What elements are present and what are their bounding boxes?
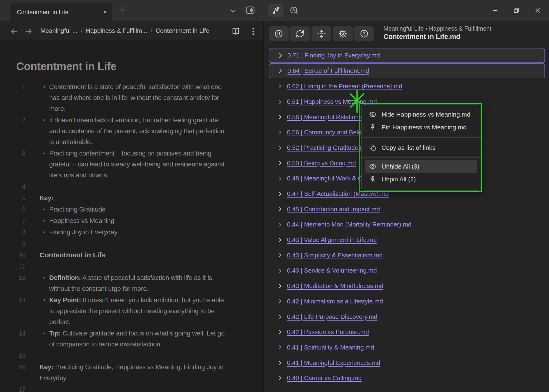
chevron-right-icon[interactable] [277,329,283,335]
related-note-row[interactable]: 0.42 | Minimalism as a Lifestyle.md [269,294,545,309]
tab-close-icon[interactable] [102,9,108,15]
chevron-right-icon[interactable] [278,68,283,74]
related-note-link[interactable]: 0.43 | Service & Volunteering.md [287,267,377,274]
related-note-link[interactable]: 0.64 | Sense of Fulfillment.md [287,67,369,75]
chevron-right-icon[interactable] [277,191,283,197]
reading-view-book-icon[interactable] [231,27,240,36]
breadcrumb-segment[interactable]: Contentment in Life [156,27,209,35]
menu-item-unhide-all[interactable]: Unhide All (3) [365,160,477,173]
related-note-row-pinned[interactable]: 0.64 | Sense of Fulfillment.md [269,63,545,78]
related-note-row[interactable]: 0.40 | Career vs Calling.md [269,370,545,386]
line-number: 15 [0,350,25,361]
chevron-right-icon[interactable] [277,360,283,366]
forward-arrow-icon[interactable] [24,27,33,36]
chevron-right-icon[interactable] [277,375,283,381]
eye-off-icon [369,111,376,118]
refresh-button[interactable] [290,26,310,41]
window-close-button[interactable] [531,5,544,16]
window-minimize-button[interactable] [488,5,502,16]
line-number: 4 [0,181,25,192]
menu-item-copy-as[interactable]: Copy as list of links [365,141,477,154]
related-note-link[interactable]: 0.71 | Finding Joy in Everyday.md [287,52,380,59]
related-note-row[interactable]: 0.42 | Life Purpose Discovery.md [269,309,545,325]
chevron-right-icon[interactable] [277,283,283,289]
breadcrumb-segment[interactable]: Meaningful ... [40,27,78,35]
related-note-row[interactable]: 0.43 | Value Alignment in Life.md [269,232,545,248]
related-note-link[interactable]: 0.42 | Life Purpose Discovery.md [287,313,378,321]
back-arrow-icon[interactable] [10,27,19,36]
chevron-right-icon[interactable] [277,298,283,304]
tab-list-chevron-down-icon[interactable] [229,7,237,14]
editor-pane[interactable]: Contentment in Life 1Contentment is a st… [0,40,263,392]
related-note-link[interactable]: 0.50 | Being vs Doing.md [287,160,356,167]
chevron-right-icon[interactable] [277,176,283,182]
related-note-link[interactable]: 0.43 | Value Alignment in Life.md [287,236,377,244]
related-note-row[interactable]: 0.41 | Meaningful Experiences.md [269,355,545,371]
chevron-right-icon[interactable] [277,114,283,120]
graph-view-button[interactable] [268,4,284,17]
pause-icon [274,29,283,38]
related-note-row[interactable]: 0.43 | Simplicity & Essentialism.md [269,248,545,263]
tab-contentment-in-life[interactable]: Contentment in Life [10,3,112,21]
related-note-link[interactable]: 0.52 | Practicing Gratitude.md [287,144,368,152]
chevron-right-icon[interactable] [277,84,283,89]
pin-icon [369,124,376,131]
new-tab-button[interactable] [118,6,126,14]
sidebar-toggle-icon[interactable] [245,5,255,15]
chevron-right-icon[interactable] [277,222,283,227]
breadcrumb-segment[interactable]: Happiness & Fulfillm... [86,27,147,35]
chevron-right-icon[interactable] [277,314,283,320]
related-note-link[interactable]: 0.42 | Minimalism as a Lifestyle.md [287,298,383,305]
chevron-right-icon[interactable] [277,206,283,212]
line-number: 8 [0,227,25,238]
related-note-link[interactable]: 0.47 | Self-Actualization (Maslow).md [287,190,389,197]
note-header-bar: Meaningful ... / Happiness & Fulfillm...… [0,21,263,40]
chevron-right-icon[interactable] [277,237,283,243]
related-note-row[interactable]: 0.43 | Meditation & Mindfulness.md [269,278,545,294]
more-options-icon[interactable] [249,27,258,36]
related-note-link[interactable]: 0.44 | Memento Mori (Mortality Reminder)… [287,221,412,228]
line-number: 9 [0,238,25,249]
related-note-row[interactable]: 0.42 | Passion vs Purpose.md [269,324,545,340]
line-number: 6 [0,204,25,215]
related-note-link[interactable]: 0.43 | Simplicity & Essentialism.md [287,252,383,259]
line-text [39,181,229,192]
related-note-row[interactable]: 0.62 | Living in the Present (Presence).… [269,79,545,94]
related-note-row-pinned[interactable]: 0.71 | Finding Joy in Everyday.md [269,48,545,63]
chevron-right-icon[interactable] [277,252,283,258]
menu-item-hide-happiness[interactable]: Hide Happiness vs Meaning.md [365,108,477,121]
help-button[interactable] [354,26,374,41]
related-note-link[interactable]: 0.43 | Meditation & Mindfulness.md [287,282,383,290]
related-note-link[interactable]: 0.42 | Passion vs Purpose.md [287,328,369,336]
doc-line: 9 [0,238,263,249]
chevron-right-icon[interactable] [277,99,283,105]
expand-vertical-button[interactable] [311,26,331,41]
related-note-link[interactable]: 0.45 | Contribution and Impact.md [287,206,380,213]
window-restore-button[interactable] [510,5,523,16]
menu-divider [362,157,481,158]
breadcrumb: Meaningful ... / Happiness & Fulfillm...… [40,21,209,40]
chevron-right-icon[interactable] [277,160,283,166]
related-note-row[interactable]: 0.41 | Spirituality & Meaning.md [269,340,545,355]
menu-item-pin-happiness[interactable]: Pin Happiness vs Meaning.md [365,121,477,134]
chevron-right-icon[interactable] [277,268,283,273]
related-note-row[interactable]: 0.43 | Service & Volunteering.md [269,263,545,279]
settings-button[interactable] [333,26,353,41]
related-note-row[interactable]: 0.45 | Contribution and Impact.md [269,202,545,217]
document-inline-title: Contentment in Life [16,60,116,73]
chevron-right-icon[interactable] [277,145,283,151]
related-note-link[interactable]: 0.61 | Happiness vs Meaning.md [287,98,377,105]
related-note-link[interactable]: 0.62 | Living in the Present (Presence).… [287,83,402,90]
chevron-right-icon[interactable] [278,53,283,58]
related-note-link[interactable]: 0.41 | Spirituality & Meaning.md [287,344,374,351]
line-number: 7 [0,215,25,226]
chevron-right-icon[interactable] [277,130,283,135]
search-history-icon[interactable] [289,6,299,15]
pause-button[interactable] [269,26,289,41]
related-note-row[interactable]: 0.44 | Memento Mori (Mortality Reminder)… [269,217,545,232]
line-text: Key: Practicing Gratitude; Happiness vs … [39,362,229,384]
related-note-link[interactable]: 0.40 | Career vs Calling.md [287,374,362,382]
related-note-link[interactable]: 0.41 | Meaningful Experiences.md [287,359,380,367]
menu-item-unpin-all[interactable]: Unpin All (2) [365,173,477,186]
chevron-right-icon[interactable] [277,344,283,350]
